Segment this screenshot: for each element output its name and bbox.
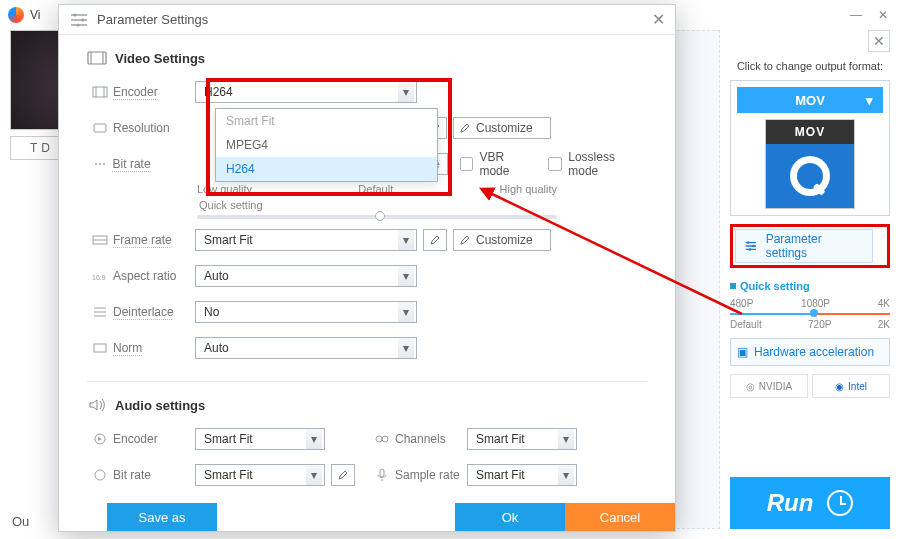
mov-icon: MOV [765,119,855,209]
right-panel: ✕ Click to change output format: MOV ▾ M… [730,30,890,529]
dialog-close-button[interactable]: ✕ [652,10,665,29]
vendor-row: ◎NVIDIA ◉Intel [730,374,890,398]
resolution-customize-button[interactable]: Customize [453,117,551,139]
row-deinterlace: Deinterlace No▾ [87,297,647,327]
close-icon[interactable]: ✕ [878,8,888,22]
bitrate-icon [87,156,113,172]
cancel-button[interactable]: Cancel [565,503,675,531]
audio-encoder-combo[interactable]: Smart Fit▾ [195,428,325,450]
encoder-icon [87,84,113,100]
chevron-down-icon: ▾ [306,465,322,485]
chip-icon: ▣ [737,345,748,359]
chevron-down-icon: ▾ [558,465,574,485]
svg-point-8 [76,23,79,26]
row-framerate: Frame rate Smart Fit▾ Customize [87,225,647,255]
lossless-checkbox[interactable]: Lossless mode [548,150,647,178]
framerate-combo[interactable]: Smart Fit▾ [195,229,417,251]
quick-slider[interactable] [730,313,890,315]
encoder-combo[interactable]: H264 ▾ [195,81,417,103]
parameter-settings-dialog: Parameter Settings ✕ Video Settings Enco… [58,4,676,532]
encoder-dropdown[interactable]: Smart Fit MPEG4 H264 [215,108,438,182]
alarm-icon [827,490,853,516]
deinterlace-label: Deinterlace [113,305,195,319]
encoder-option-smartfit[interactable]: Smart Fit [216,109,437,133]
vbr-checkbox[interactable]: VBR mode [460,150,537,178]
panel-close-button[interactable]: ✕ [868,30,890,52]
samplerate-combo[interactable]: Smart Fit▾ [467,464,577,486]
samplerate-icon [369,467,395,483]
svg-point-20 [382,436,388,442]
section-divider [87,381,647,382]
app-title: Vi [30,8,40,22]
dialog-footer: Save as Ok Cancel [59,503,675,531]
bitrate-slider[interactable] [197,215,557,219]
encoder-option-mpeg4[interactable]: MPEG4 [216,133,437,157]
chevron-down-icon: ▾ [398,338,414,358]
output-format-card[interactable]: MOV ▾ MOV [730,80,890,216]
minimize-icon[interactable]: — [850,8,862,22]
aspect-combo[interactable]: Auto▾ [195,265,417,287]
svg-point-21 [95,470,105,480]
window-controls: — ✕ [850,8,892,22]
video-settings-header: Video Settings [87,49,647,67]
sliders-icon [744,239,758,253]
format-header[interactable]: MOV ▾ [737,87,883,113]
film-icon [87,49,107,67]
norm-combo[interactable]: Auto▾ [195,337,417,359]
ok-button[interactable]: Ok [455,503,565,531]
channels-label: Channels [395,432,467,446]
chevron-down-icon: ▾ [398,82,414,102]
channels-combo[interactable]: Smart Fit▾ [467,428,577,450]
audio-bitrate-edit-button[interactable] [331,464,355,486]
norm-label: Norm [113,341,195,355]
framerate-customize-button[interactable]: Customize [453,229,551,251]
hardware-acceleration-button[interactable]: ▣ Hardware acceleration [730,338,890,366]
dialog-title: Parameter Settings [97,12,208,27]
app-logo-icon [8,7,24,23]
svg-point-3 [747,241,750,244]
vendor-intel[interactable]: ◉Intel [812,374,890,398]
svg-point-12 [95,163,97,165]
svg-point-4 [752,245,755,248]
chevron-down-icon: ▾ [398,230,414,250]
svg-rect-11 [94,124,106,132]
audio-encoder-icon [87,431,113,447]
chevron-down-icon: ▾ [306,429,322,449]
intel-icon: ◉ [835,381,844,392]
chevron-down-icon: ▾ [558,429,574,449]
framerate-icon [87,232,113,248]
bitrate-slider-block: Low quality Default High quality Quick s… [197,183,647,219]
parameter-settings-button[interactable]: Parameter settings [735,229,873,263]
row-audio-encoder: Encoder Smart Fit▾ Channels Smart Fit▾ [87,424,647,454]
svg-point-13 [99,163,101,165]
text-icon: T [30,141,37,155]
parameter-settings-highlight: Parameter settings [730,224,890,268]
row-norm: Norm Auto▾ [87,333,647,363]
quicktime-icon [766,144,854,208]
svg-rect-10 [93,87,107,97]
row-aspect: 16:9 Aspect ratio Auto▾ [87,261,647,291]
svg-point-14 [103,163,105,165]
run-button[interactable]: Run [730,477,890,529]
deinterlace-icon [87,304,113,320]
row-volume: Volume 100% [87,496,647,503]
sliders-icon [69,11,89,29]
slider-knob[interactable] [810,309,818,317]
output-folder-label: Ou [12,514,29,529]
deinterlace-combo[interactable]: No▾ [195,301,417,323]
vendor-nvidia[interactable]: ◎NVIDIA [730,374,808,398]
quick-scale-bottom: Default720P2K [730,319,890,330]
save-as-button[interactable]: Save as [107,503,217,531]
aspect-icon: 16:9 [87,268,113,284]
encoder-option-h264[interactable]: H264 [216,157,437,181]
framerate-edit-button[interactable] [423,229,447,251]
framerate-label: Frame rate [113,233,195,247]
quick-setting-label: Quick setting [199,199,647,211]
channels-icon [369,431,395,447]
bitrate-knob[interactable] [375,211,385,221]
audio-bitrate-icon [87,467,113,483]
audio-bitrate-combo[interactable]: Smart Fit▾ [195,464,325,486]
svg-point-6 [73,13,76,16]
nvidia-icon: ◎ [746,381,755,392]
resolution-icon [87,120,113,136]
